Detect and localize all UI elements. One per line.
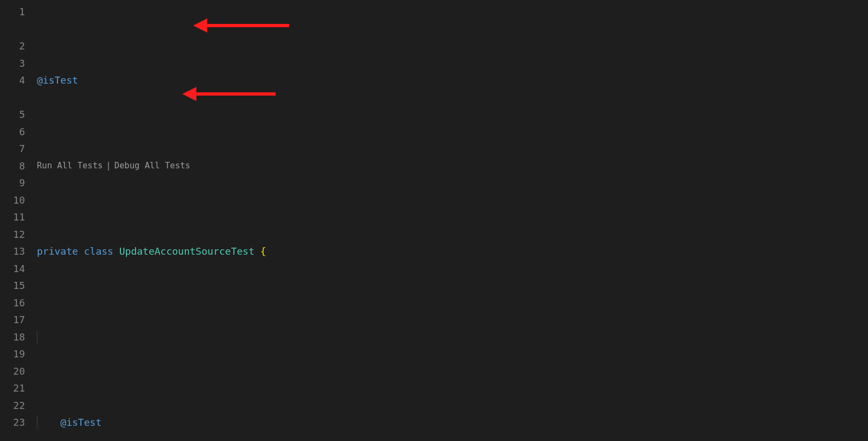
line-number: 5 [0, 106, 25, 123]
line-number: 9 [0, 174, 25, 192]
code-line[interactable]: private class UpdateAccountSourceTest { [37, 243, 868, 260]
codelens-run-all-tests[interactable]: Run All Tests [37, 159, 103, 173]
line-number: 23 [0, 414, 25, 431]
annotation-istest: @isTest [60, 417, 101, 428]
line-number: 21 [0, 380, 25, 397]
keyword-private: private [37, 245, 78, 257]
line-number: 15 [0, 277, 25, 294]
line-number: 16 [0, 294, 25, 312]
code-line[interactable] [37, 329, 868, 346]
line-number: 18 [0, 329, 25, 346]
code-line[interactable]: @isTest [37, 72, 868, 89]
code-line[interactable]: @isTest [37, 414, 868, 431]
annotation-istest: @isTest [37, 74, 78, 86]
line-number: 2 [0, 37, 25, 55]
line-number: 4 [0, 72, 25, 89]
line-number: 10 [0, 192, 25, 209]
codelens-row: Run All Tests|Debug All Tests [37, 158, 868, 175]
class-name: UpdateAccountSourceTest [119, 245, 254, 257]
annotation-arrow-icon [194, 22, 289, 29]
line-number: 22 [0, 397, 25, 414]
line-number: 1 [0, 3, 25, 21]
brace-open: { [260, 245, 266, 257]
line-number [0, 89, 25, 106]
code-area[interactable]: @isTest Run All Tests|Debug All Tests pr… [37, 0, 868, 441]
line-number: 7 [0, 140, 25, 158]
keyword-class: class [84, 245, 113, 257]
line-number: 12 [0, 226, 25, 243]
line-number: 17 [0, 311, 25, 329]
line-number: 11 [0, 209, 25, 226]
line-number: 8 [0, 158, 25, 175]
line-number: 6 [0, 123, 25, 141]
line-number-gutter: 1 2 3 4 5 6 7 8 9 10 11 12 13 14 15 16 1… [0, 0, 37, 441]
line-number: 20 [0, 363, 25, 380]
line-number: 3 [0, 55, 25, 72]
line-number: 13 [0, 243, 25, 260]
codelens-separator: | [106, 159, 111, 173]
line-number: 19 [0, 345, 25, 363]
codelens-debug-all-tests[interactable]: Debug All Tests [114, 159, 190, 173]
line-number [0, 21, 25, 38]
code-editor: 1 2 3 4 5 6 7 8 9 10 11 12 13 14 15 16 1… [0, 0, 868, 441]
line-number: 14 [0, 260, 25, 278]
annotation-arrow-icon [183, 90, 276, 98]
